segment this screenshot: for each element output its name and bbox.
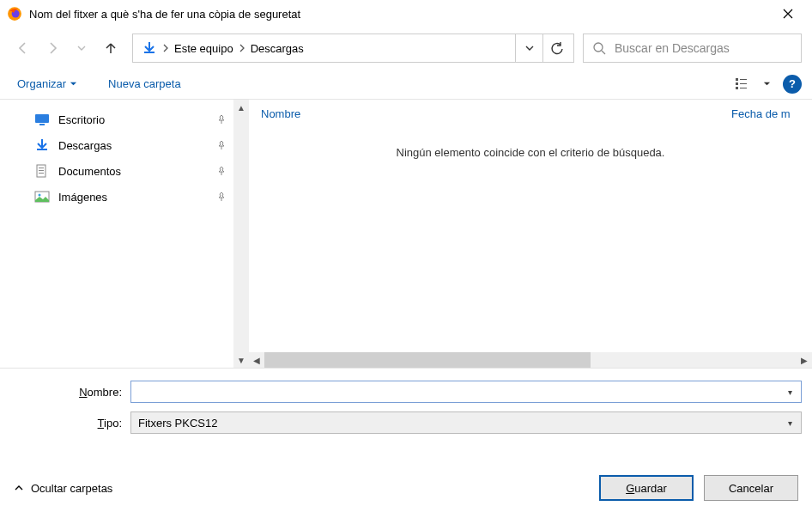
sidebar-item-label: Escritorio: [58, 113, 105, 126]
filetype-value: Fitxers PKCS12: [138, 417, 782, 430]
sidebar-item-images[interactable]: Imágenes: [0, 184, 249, 210]
sidebar-item-desktop[interactable]: Escritorio: [0, 107, 249, 132]
scroll-down-icon[interactable]: ▼: [233, 352, 249, 368]
search-icon: [592, 41, 606, 55]
image-icon: [34, 189, 50, 204]
svg-point-3: [594, 43, 603, 52]
recent-dropdown[interactable]: [69, 35, 94, 61]
file-list: Nombre Fecha de m Ningún elemento coinci…: [249, 100, 812, 368]
breadcrumb-root-label: Este equipo: [174, 42, 233, 55]
svg-point-18: [39, 194, 41, 197]
pin-icon: [216, 192, 227, 202]
new-folder-button[interactable]: Nueva carpeta: [101, 74, 188, 94]
breadcrumb-child[interactable]: Descargas: [245, 34, 309, 62]
column-headers[interactable]: Nombre Fecha de m: [249, 100, 812, 127]
svg-rect-2: [144, 52, 155, 53]
search-input[interactable]: [615, 41, 792, 55]
caret-down-icon[interactable]: ▾: [782, 418, 797, 428]
chevron-up-icon: [14, 483, 24, 493]
pin-icon: [216, 114, 227, 125]
chevron-right-icon: [162, 44, 169, 52]
svg-rect-5: [740, 79, 747, 80]
save-button[interactable]: Guardar: [599, 475, 694, 501]
sidebar-item-documents[interactable]: Documentos: [0, 158, 249, 184]
column-name[interactable]: Nombre: [261, 107, 731, 120]
cancel-button[interactable]: Cancelar: [704, 475, 798, 501]
document-icon: [34, 163, 50, 179]
sidebar: Escritorio Descargas Documentos: [0, 100, 249, 368]
filetype-combo[interactable]: Fitxers PKCS12 ▾: [130, 411, 802, 434]
svg-rect-11: [39, 124, 45, 125]
caret-down-icon[interactable]: ▾: [782, 387, 797, 397]
firefox-icon: [7, 6, 22, 21]
help-button[interactable]: ?: [783, 75, 802, 94]
svg-rect-15: [39, 170, 44, 171]
empty-message: Ningún elemento coincide con el criterio…: [397, 146, 665, 159]
hide-folders-toggle[interactable]: Ocultar carpetas: [14, 482, 112, 495]
column-date[interactable]: Fecha de m: [731, 107, 800, 120]
filename-label: Nombre:: [10, 386, 130, 399]
filename-input[interactable]: [138, 386, 782, 399]
location-dropdown[interactable]: [515, 34, 542, 62]
svg-rect-8: [736, 87, 738, 89]
svg-rect-12: [37, 149, 47, 150]
caret-down-icon: [70, 80, 77, 88]
refresh-button[interactable]: [542, 34, 570, 62]
pin-icon: [216, 140, 227, 150]
close-button[interactable]: [771, 2, 805, 26]
sidebar-item-label: Documentos: [58, 165, 121, 178]
svg-rect-10: [35, 114, 49, 123]
scroll-up-icon[interactable]: ▲: [233, 100, 249, 115]
organize-button[interactable]: Organizar: [10, 74, 84, 94]
breadcrumb-child-label: Descargas: [251, 42, 304, 55]
search-box[interactable]: [583, 34, 802, 63]
forward-button[interactable]: [39, 35, 65, 61]
svg-rect-16: [39, 173, 44, 174]
svg-rect-6: [736, 82, 738, 85]
up-button[interactable]: [98, 35, 124, 61]
svg-rect-4: [736, 78, 738, 81]
download-arrow-icon: [34, 137, 50, 153]
filename-combo[interactable]: ▾: [130, 381, 802, 403]
sidebar-item-downloads[interactable]: Descargas: [0, 132, 249, 158]
sidebar-scrollbar[interactable]: ▲ ▼: [233, 100, 249, 368]
download-arrow-icon: [142, 40, 157, 56]
svg-rect-9: [740, 88, 747, 88]
scroll-right-icon[interactable]: ▶: [797, 356, 812, 365]
view-options-button[interactable]: [730, 73, 759, 95]
horizontal-scrollbar[interactable]: ◀ ▶: [249, 352, 812, 368]
svg-rect-14: [39, 168, 44, 168]
back-button[interactable]: [10, 35, 36, 61]
sidebar-item-label: Descargas: [58, 139, 112, 152]
caret-down-icon: [763, 80, 771, 88]
location-bar[interactable]: Este equipo Descargas: [132, 34, 574, 63]
chevron-right-icon: [239, 44, 245, 52]
sidebar-item-label: Imágenes: [58, 191, 107, 204]
pin-icon: [216, 166, 227, 176]
breadcrumb-root[interactable]: Este equipo: [136, 34, 239, 62]
filetype-label: Tipo:: [10, 417, 130, 430]
svg-rect-7: [740, 83, 747, 84]
desktop-icon: [34, 112, 50, 127]
scroll-left-icon[interactable]: ◀: [249, 356, 264, 365]
view-dropdown[interactable]: [759, 73, 774, 95]
window-title: Nom del fitxer a què s'ha de fer una còp…: [29, 8, 771, 21]
